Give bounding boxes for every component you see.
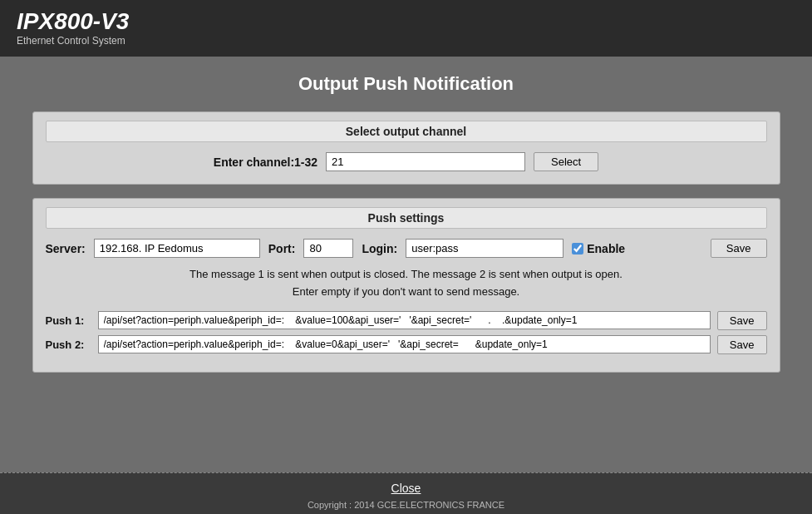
server-input[interactable] [94,239,260,258]
info-text: The message 1 is sent when output is clo… [46,266,767,301]
copyright: Copyright : 2014 GCE.ELECTRONICS FRANCE [0,500,812,510]
push1-label: Push 1: [46,314,91,327]
app-title: IPX800-V3 [17,8,795,35]
info-line2: Enter empty if you don't want to send me… [46,284,767,301]
app-subtitle: Ethernet Control System [17,35,795,47]
port-input[interactable] [303,239,353,258]
settings-row: Server: Port: Login: Enable Save [46,239,767,258]
push2-input[interactable] [98,335,711,353]
channel-label: Enter channel:1-32 [214,156,317,169]
push2-label: Push 2: [46,339,91,351]
push-settings-panel: Push settings Server: Port: Login: Enabl… [32,198,780,373]
page-title: Output Push Notification [298,73,514,95]
channel-row: Enter channel:1-32 Select [46,152,767,171]
enable-row: Enable [572,242,625,255]
push2-row: Push 2: Save [46,335,767,354]
port-label: Port: [268,242,296,255]
login-label: Login: [362,242,397,255]
enable-checkbox[interactable] [572,243,583,255]
push-settings-panel-title: Push settings [46,207,767,229]
info-line1: The message 1 is sent when output is clo… [46,266,767,284]
server-label: Server: [46,242,86,255]
channel-input[interactable] [326,152,525,171]
select-channel-panel-title: Select output channel [46,121,767,142]
header: IPX800-V3 Ethernet Control System [0,0,812,57]
select-channel-panel: Select output channel Enter channel:1-32… [32,111,780,185]
push1-input[interactable] [98,311,711,329]
push2-save-button[interactable]: Save [717,335,767,354]
footer: Close Copyright : 2014 GCE.ELECTRONICS F… [0,472,812,514]
close-link[interactable]: Close [0,482,812,495]
push1-row: Push 1: Save [46,311,767,330]
enable-label: Enable [587,242,625,255]
push1-save-button[interactable]: Save [717,311,767,330]
select-button[interactable]: Select [534,152,598,171]
settings-save-button[interactable]: Save [711,239,767,258]
login-input[interactable] [406,239,563,258]
main-content: Output Push Notification Select output c… [0,57,812,472]
